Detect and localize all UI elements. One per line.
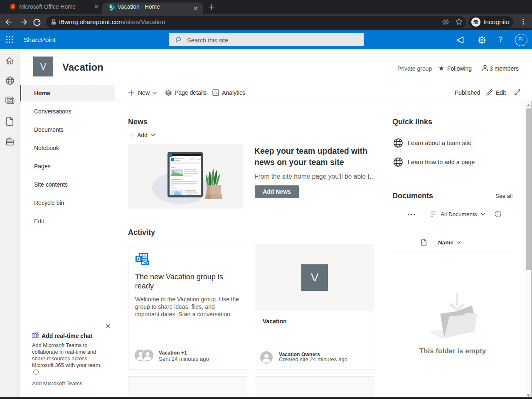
svg-text:S: S <box>110 5 112 9</box>
